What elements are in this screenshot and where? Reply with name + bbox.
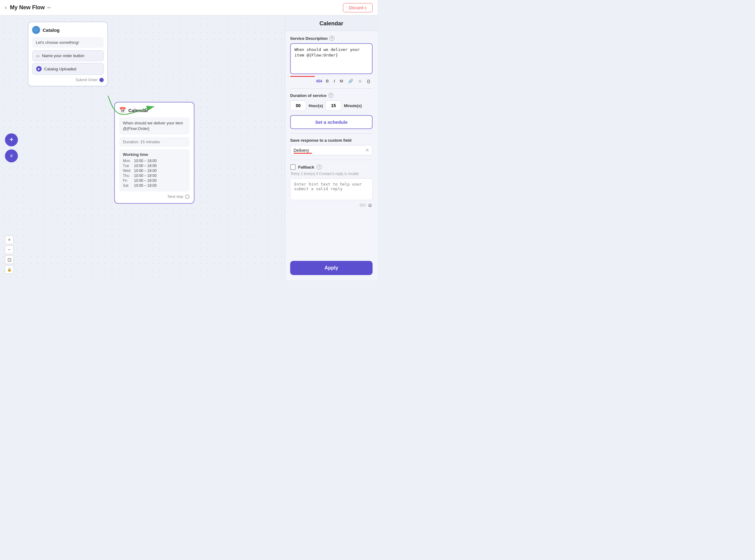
duration-help-icon[interactable]: ?: [328, 93, 333, 98]
zoom-controls: + − ⊡ 🔒: [5, 236, 14, 274]
main-layout: First step 🛒 Catalog Let's choose someth…: [0, 16, 378, 280]
divider-1: [290, 88, 372, 88]
left-toolbar: + ≡: [5, 133, 18, 162]
mono-button[interactable]: M: [339, 78, 345, 84]
next-step-label: Next step: [168, 195, 183, 199]
edit-icon[interactable]: ✏: [47, 5, 51, 10]
schedule-wed: Wed 10:00 – 18:00: [123, 168, 186, 173]
divider-2: [290, 133, 372, 134]
delivery-clear-button[interactable]: ✕: [365, 147, 369, 153]
hours-wed: 10:00 – 18:00: [134, 168, 157, 173]
hours-tue: 10:00 – 18:00: [134, 164, 157, 168]
schedule-mon: Mon 10:00 – 18:00: [123, 159, 186, 163]
hint-textarea[interactable]: [290, 178, 372, 200]
bold-button[interactable]: B: [325, 78, 330, 84]
hours-thu: 10:00 – 18:00: [134, 174, 157, 178]
duration-label: Duration of service ?: [290, 93, 372, 98]
calendar-node-duration: Duration: 15 minutes: [119, 137, 189, 147]
day-fri: Fri: [123, 178, 131, 183]
hours-fri: 10:00 – 18:00: [134, 178, 157, 183]
code-button[interactable]: {}: [366, 78, 371, 84]
day-tue: Tue: [123, 164, 131, 168]
schedule-fri: Fri 10:00 – 18:00: [123, 178, 186, 183]
calendar-node-icon: 📅: [119, 107, 126, 114]
working-time-section: Working time Mon 10:00 – 18:00 Tue 10:00…: [119, 149, 189, 192]
day-sat: Sat: [123, 183, 131, 188]
right-panel: Calendar Service Description ? When shou…: [285, 16, 378, 280]
service-desc-underline: [290, 76, 315, 77]
hours-label: Hour(s): [309, 103, 323, 108]
zoom-fit-button[interactable]: ⊡: [5, 255, 14, 264]
catalog-card-header: 🛒 Catalog: [32, 26, 104, 34]
zoom-out-button[interactable]: −: [5, 245, 14, 254]
schedule-tue: Tue 10:00 – 18:00: [123, 164, 186, 168]
day-thu: Thu: [123, 174, 131, 178]
delivery-underline: [293, 153, 312, 154]
italic-button[interactable]: I: [332, 78, 336, 84]
minutes-label: Minute(s): [344, 103, 362, 108]
retry-text: Retry 1 time(s) if Contact's reply is in…: [291, 172, 372, 176]
calendar-node-card: 📅 Calendar When should we deliver your i…: [114, 102, 195, 204]
right-panel-body: Service Description ? When should we del…: [285, 31, 378, 256]
catalog-icon: 🛒: [32, 26, 40, 34]
delivery-field-text: Delivery: [293, 148, 365, 153]
duration-label: Duration:: [123, 140, 139, 144]
fallback-help-icon[interactable]: ?: [317, 164, 322, 169]
service-desc-textarea[interactable]: When should we deliver your item @{Flow:…: [290, 43, 372, 74]
save-response-label: Save response to a custom field: [290, 138, 372, 143]
textarea-toolbar: 454 B I M 🔗 ☺ {}: [290, 78, 372, 84]
duration-value: 15 minutes: [140, 140, 160, 144]
fallback-row: Fallback ?: [290, 164, 372, 170]
calendar-node-header: 📅 Calendar: [119, 107, 189, 114]
working-time-title: Working time: [123, 152, 186, 157]
next-step-row: Next step: [119, 195, 189, 199]
hint-emoji-icon: ☺: [368, 202, 372, 208]
zoom-in-button[interactable]: +: [5, 236, 14, 244]
service-desc-help-icon[interactable]: ?: [329, 36, 334, 41]
service-description-label: Service Description ?: [290, 36, 372, 41]
back-button[interactable]: ‹: [5, 4, 7, 11]
header: ‹ My New Flow ✏ Discard c: [0, 0, 378, 16]
name-order-button[interactable]: ▭ Name your order button: [32, 50, 104, 61]
day-wed: Wed: [123, 168, 131, 173]
delivery-field-row: Delivery ✕: [290, 145, 372, 155]
catalog-uploaded-label: Catalog Uploaded: [44, 67, 76, 71]
discard-button[interactable]: Discard c: [343, 3, 372, 12]
fallback-label: Fallback: [298, 165, 314, 169]
hint-char-count: 500: [360, 203, 366, 207]
catalog-message: Let's choose something!: [32, 37, 104, 48]
submit-order-dot: [99, 78, 104, 82]
hours-mon: 10:00 – 18:00: [134, 159, 157, 163]
order-button-label: Name your order button: [42, 54, 84, 58]
hours-input[interactable]: [290, 100, 306, 111]
lock-button[interactable]: 🔒: [5, 265, 14, 274]
fallback-checkbox[interactable]: [290, 164, 296, 170]
catalog-uploaded-btn[interactable]: ▶ Catalog Uploaded: [32, 63, 104, 75]
set-schedule-button[interactable]: Set a schedule: [290, 115, 372, 129]
minutes-input[interactable]: [325, 100, 341, 111]
catalog-uploaded-icon: ▶: [36, 66, 42, 72]
catalog-card: 🛒 Catalog Let's choose something! ▭ Name…: [28, 22, 108, 86]
add-icon: +: [9, 136, 13, 143]
schedule-thu: Thu 10:00 – 18:00: [123, 174, 186, 178]
schedule-list: Mon 10:00 – 18:00 Tue 10:00 – 18:00 Wed …: [123, 159, 186, 188]
canvas-area: First step 🛒 Catalog Let's choose someth…: [0, 16, 285, 280]
list-icon: ≡: [10, 153, 13, 159]
add-node-button[interactable]: +: [5, 133, 18, 146]
hours-sat: 10:00 – 18:00: [134, 183, 157, 188]
next-step-dot: [185, 195, 189, 199]
duration-row: Hour(s) Minute(s): [290, 100, 372, 111]
emoji-button[interactable]: ☺: [357, 78, 363, 84]
list-button[interactable]: ≡: [5, 149, 18, 162]
char-count: 454: [316, 79, 322, 83]
order-button-icon: ▭: [36, 54, 40, 58]
schedule-sat: Sat 10:00 – 18:00: [123, 183, 186, 188]
apply-button[interactable]: Apply: [290, 261, 372, 275]
submit-order-label: Submit Order: [76, 78, 98, 82]
catalog-title: Catalog: [43, 27, 60, 33]
calendar-node-title: Calendar: [128, 108, 148, 113]
page-title: My New Flow: [10, 4, 45, 11]
calendar-node-message: When should we deliver your item @{Flow:…: [119, 117, 189, 135]
link-button[interactable]: 🔗: [347, 78, 354, 84]
divider-3: [290, 160, 372, 160]
